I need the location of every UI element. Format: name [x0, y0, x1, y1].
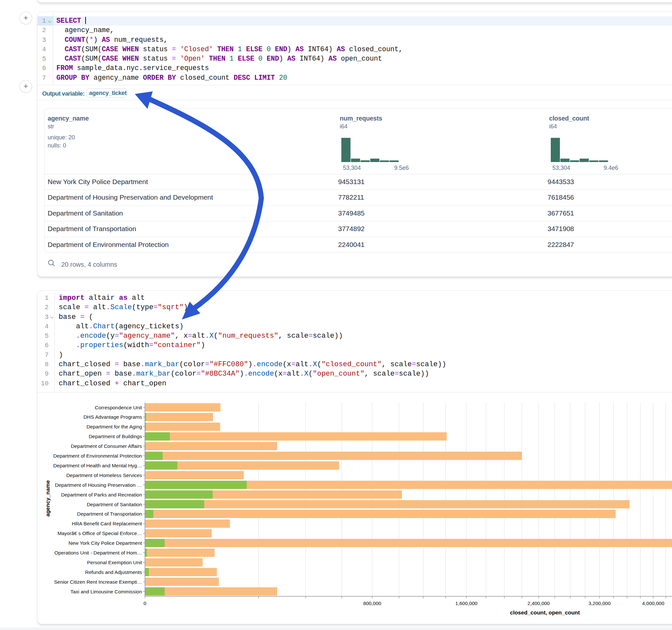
svg-text:Department of Consumer Affairs: Department of Consumer Affairs	[71, 443, 142, 449]
svg-text:Department of Transportation: Department of Transportation	[77, 511, 142, 516]
svg-text:800,000: 800,000	[363, 601, 381, 606]
svg-text:HRA Benefit Card Replacement: HRA Benefit Card Replacement	[72, 521, 142, 526]
svg-text:Senior Citizen Rent Increase E: Senior Citizen Rent Increase Exempti…	[54, 579, 142, 585]
svg-text:Department of Housing Preserva: Department of Housing Preservation …	[55, 482, 142, 488]
svg-text:Department of Sanitation: Department of Sanitation	[87, 502, 142, 507]
svg-text:Operations Unit - Department o: Operations Unit - Department of Hom…	[54, 550, 142, 555]
svg-text:Department of Parks and Recrea: Department of Parks and Recreation	[61, 492, 142, 498]
svg-text:0: 0	[144, 601, 146, 606]
svg-text:2,400,000: 2,400,000	[527, 601, 549, 606]
svg-text:DHS Advantage Programs: DHS Advantage Programs	[83, 414, 142, 420]
svg-text:Refunds and Adjustments: Refunds and Adjustments	[85, 570, 142, 575]
svg-text:Personal Exemption Unit: Personal Exemption Unit	[87, 560, 142, 565]
svg-text:agency_name: agency_name	[45, 480, 51, 516]
svg-text:Correspondence Unit: Correspondence Unit	[95, 405, 142, 410]
svg-text:3,200,000: 3,200,000	[589, 601, 610, 606]
svg-text:Department of Homeless Service: Department of Homeless Services	[66, 472, 142, 478]
svg-text:Department of Health and Menta: Department of Health and Mental Hyg…	[53, 463, 142, 468]
svg-text:closed_count, open_count: closed_count, open_count	[510, 610, 580, 616]
svg-text:1,600,000: 1,600,000	[455, 601, 477, 606]
svg-text:Mayorâ€ s Office of Special En: Mayorâ€ s Office of Special Enforce…	[57, 531, 142, 536]
svg-text:4,000,000: 4,000,000	[642, 601, 664, 606]
svg-text:Department for the Aging: Department for the Aging	[87, 424, 142, 429]
svg-text:Department of Buildings: Department of Buildings	[89, 434, 142, 439]
svg-text:New York City Police Departmen: New York City Police Department	[68, 540, 142, 546]
svg-text:Taxi and Limousine Commission: Taxi and Limousine Commission	[70, 589, 142, 595]
svg-text:Department of Environmental Pr: Department of Environmental Protection	[53, 453, 142, 459]
